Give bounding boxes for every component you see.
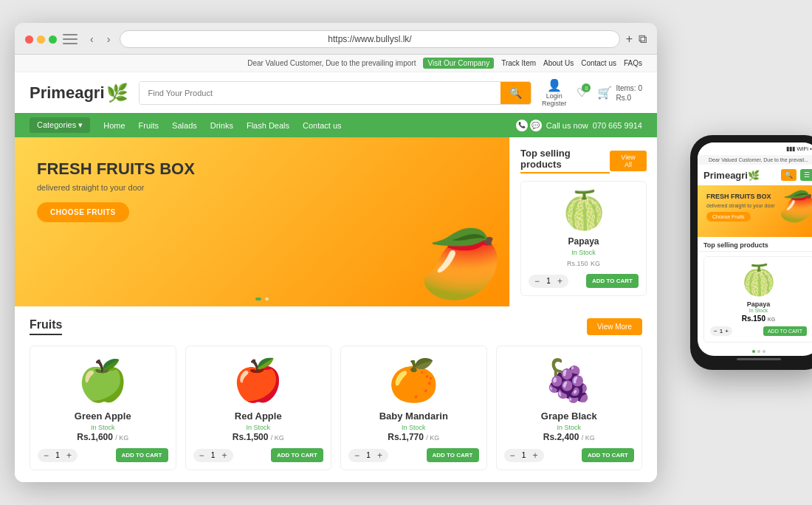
hero-dots [255,298,269,300]
hero-banner: FRESH FRUITS BOX delivered straight to y… [15,137,509,306]
grape-black-qty-decrease[interactable]: − [509,450,517,461]
green-apple-qty-value: 1 [53,451,62,459]
papaya-qty-increase[interactable]: + [556,276,564,286]
view-all-button[interactable]: View All [610,151,647,171]
fruits-section: Fruits View More 🍏 Green Apple In Stock … [15,306,657,482]
close-dot[interactable] [25,35,33,44]
url-bar[interactable]: https://www.bullysl.lk/ [120,30,619,48]
flash-deals-nav[interactable]: Flash Deals [247,121,289,130]
phone-icon: 📞 [516,120,528,131]
baby-mandarin-stock: In Stock [348,424,479,431]
phone-choose-fruits-btn[interactable]: Choose Fruits [706,212,751,221]
baby-mandarin-add-to-cart[interactable]: ADD TO CART [427,448,479,462]
minimize-dot[interactable] [37,35,45,44]
green-apple-qty-increase[interactable]: + [65,450,73,461]
grape-black-qty-value: 1 [520,451,529,459]
phone-logo-leaf: 🌿 [748,170,760,181]
phone-dot-3 [763,350,765,353]
page-wrapper: ‹ › https://www.bullysl.lk/ + ⧉ Dear Val… [15,23,797,482]
contact-us-link[interactable]: Contact us [581,59,616,67]
view-more-button[interactable]: View More [587,318,642,335]
phone-banner: Dear Valued Customer, Due to the prevail… [698,155,812,165]
phone-qty-minus[interactable]: − [714,328,718,334]
phone-qty-plus[interactable]: + [725,328,729,334]
site-header: Primeagri🌿 🔍 👤 Login Register ♡ 0 [15,72,657,113]
categories-nav[interactable]: Categories ▾ [30,117,90,133]
phone-qty-row: − 1 + ADD TO CART [710,326,807,336]
back-button[interactable]: ‹ [86,32,97,47]
call-us-label: Call us now [546,121,588,130]
baby-mandarin-price: Rs.1,770 / KG [348,432,479,442]
hero-text: FRESH FRUITS BOX delivered straight to y… [37,159,487,222]
green-apple-add-to-cart[interactable]: ADD TO CART [116,448,168,462]
track-item-link[interactable]: Track Item [501,59,536,67]
faqs-link[interactable]: FAQs [624,59,642,67]
papaya-image: 🍈 [529,189,639,232]
visit-company-link[interactable]: Visit Our Company [423,58,494,69]
search-button[interactable]: 🔍 [500,82,531,104]
main-content: FRESH FRUITS BOX delivered straight to y… [15,137,657,306]
grape-black-price: Rs.2,400 / KG [504,432,635,442]
choose-fruits-button[interactable]: CHOOSE FRUITS [37,202,129,222]
nav-menu: Categories ▾ Home Fruits Salads Drinks F… [30,117,342,133]
drinks-nav[interactable]: Drinks [210,121,233,130]
forward-button[interactable]: › [103,32,114,47]
contact-nav[interactable]: Contact us [303,121,342,130]
cart-info[interactable]: 🛒 Items: 0 Rs.0 [597,83,642,103]
grape-black-qty-increase[interactable]: + [531,450,540,461]
red-apple-qty-control: − 1 + [193,449,233,462]
phone-logo: Primeagri🌿 [703,170,760,181]
red-apple-qty-decrease[interactable]: − [198,450,206,461]
phone-papaya-stock: In Stock [710,308,807,313]
green-apple-qty-row: − 1 + ADD TO CART [38,448,168,462]
baby-mandarin-qty-increase[interactable]: + [376,450,384,461]
red-apple-price: Rs.1,500 / KG [193,432,324,442]
phone-hero: FRESH FRUITS BOX delivered straight to y… [698,185,812,237]
copy-button[interactable]: ⧉ [639,32,647,46]
papaya-qty-decrease[interactable]: − [533,276,541,286]
top-banner: Dear Valued Customer, Due to the prevail… [15,55,657,72]
new-tab-button[interactable]: + [626,32,633,46]
maximize-dot[interactable] [49,35,57,44]
grape-black-qty-row: − 1 + ADD TO CART [504,448,635,462]
fruits-nav[interactable]: Fruits [139,121,159,130]
wifi-icon: WiFi [796,145,808,152]
red-apple-stock: In Stock [193,424,324,431]
papaya-price: Rs.150 KG [529,257,639,268]
phone-dot-2 [757,350,760,353]
red-apple-qty-increase[interactable]: + [221,450,229,461]
phone-number: 070 665 9914 [593,121,642,130]
sidebar-toggle-icon[interactable] [63,34,78,44]
red-apple-name: Red Apple [193,410,324,422]
phone-qty-control: − 1 + [710,326,732,336]
site-logo[interactable]: Primeagri🌿 [30,83,128,103]
green-apple-price: Rs.1,600 / KG [38,432,168,442]
register-label: Register [542,100,567,107]
phone-menu-btn[interactable]: ☰ [800,169,812,181]
wishlist-button[interactable]: ♡ 0 [577,86,587,100]
search-bar: 🔍 [139,81,531,105]
search-input[interactable] [140,82,500,104]
salads-nav[interactable]: Salads [172,121,197,130]
login-register-link[interactable]: 👤 Login Register [542,78,567,107]
papaya-stock: In Stock [529,249,639,256]
cart-amount: Rs.0 [616,93,642,103]
about-us-link[interactable]: About Us [543,59,574,67]
baby-mandarin-qty-control: − 1 + [348,449,388,462]
hero-mango-image: 🥭 [419,225,502,303]
home-nav[interactable]: Home [103,121,125,130]
nav-bar: Categories ▾ Home Fruits Salads Drinks F… [15,113,657,137]
phone-search-btn[interactable]: 🔍 [781,169,796,181]
logo-text: Primeagri [30,83,105,103]
baby-mandarin-qty-row: − 1 + ADD TO CART [348,448,479,462]
red-apple-add-to-cart[interactable]: ADD TO CART [271,448,323,462]
baby-mandarin-qty-decrease[interactable]: − [353,450,361,461]
red-apple-qty-value: 1 [209,451,218,459]
phone-add-to-cart[interactable]: ADD TO CART [763,326,807,336]
grape-black-add-to-cart[interactable]: ADD TO CART [582,448,634,462]
green-apple-card: 🍏 Green Apple In Stock Rs.1,600 / KG − 1… [30,346,176,470]
phone-icons: 📞 💬 [516,120,542,131]
papaya-add-to-cart[interactable]: ADD TO CART [586,274,639,288]
green-apple-qty-decrease[interactable]: − [42,450,50,461]
top-selling-panel: Top selling products View All 🍈 Papaya I… [509,137,657,306]
